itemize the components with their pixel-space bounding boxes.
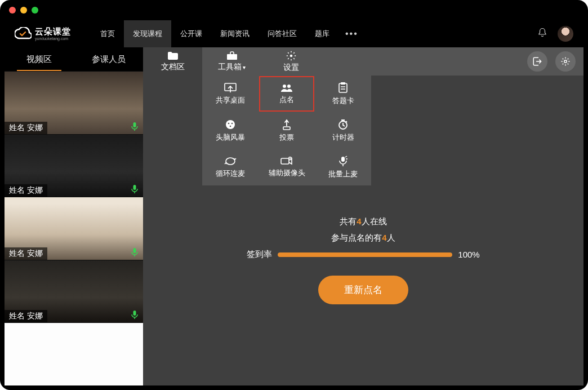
tool-answer-card[interactable]: 答题卡 xyxy=(315,76,371,112)
video-tile[interactable]: 姓名 安娜 xyxy=(5,134,143,197)
cloud-icon xyxy=(15,27,32,41)
svg-point-14 xyxy=(231,122,233,124)
tool-batch-mic[interactable]: 批量上麦 xyxy=(315,149,371,185)
svg-rect-4 xyxy=(227,54,237,60)
nav-question-bank[interactable]: 题库 xyxy=(306,20,338,47)
tool-vote[interactable]: 投票 xyxy=(259,112,315,149)
svg-rect-3 xyxy=(133,311,136,316)
brainstorm-icon xyxy=(225,119,236,130)
tool-label: 头脑风暴 xyxy=(216,132,245,143)
video-tile[interactable]: 姓名 安娜 xyxy=(5,260,143,323)
tab-settings[interactable]: 设置 xyxy=(261,47,320,76)
svg-rect-10 xyxy=(339,83,347,92)
tool-label: 答题卡 xyxy=(332,96,354,106)
video-tile[interactable] xyxy=(5,322,143,385)
tool-roll-call[interactable]: 点名 xyxy=(259,76,315,112)
online-count: 共有4人在线 xyxy=(340,216,386,227)
folder-icon xyxy=(167,51,179,60)
tab-label: 工具箱 xyxy=(218,62,246,72)
svg-rect-0 xyxy=(133,122,136,127)
tool-label: 辅助摄像头 xyxy=(269,168,305,178)
svg-rect-18 xyxy=(281,158,289,164)
participant-name: 姓名 安娜 xyxy=(5,247,47,260)
tool-label: 点名 xyxy=(279,95,294,105)
nav-open-class[interactable]: 公开课 xyxy=(171,20,211,47)
svg-point-6 xyxy=(564,60,567,63)
rollcall-panel: 共有4人在线 参与点名的有4人 签到率 100% 重新点名 xyxy=(228,216,498,304)
tab-label: 设置 xyxy=(283,63,299,73)
participant-name: 姓名 安娜 xyxy=(5,310,47,322)
exit-icon xyxy=(532,56,542,67)
logo-domain: yunduoketang.com xyxy=(35,37,71,41)
gear-icon xyxy=(560,56,571,67)
toolbox-icon xyxy=(226,51,238,60)
exit-button[interactable] xyxy=(527,51,547,72)
settings-button[interactable] xyxy=(555,51,576,72)
tool-timer[interactable]: 计时器 xyxy=(315,112,371,149)
mic-icon[interactable] xyxy=(131,122,139,131)
participant-name: 姓名 安娜 xyxy=(5,122,47,134)
video-tile[interactable]: 姓名 安娜 xyxy=(5,71,143,134)
nav-qa[interactable]: 问答社区 xyxy=(259,20,306,47)
mic-icon[interactable] xyxy=(131,184,139,193)
maximize-dot[interactable] xyxy=(32,7,38,14)
rerun-rollcall-button[interactable]: 重新点名 xyxy=(318,276,408,304)
minimize-dot[interactable] xyxy=(20,7,27,14)
tab-documents[interactable]: 文档区 xyxy=(143,47,202,76)
tool-aux-camera[interactable]: 辅助摄像头 xyxy=(259,149,315,185)
roll-call-icon xyxy=(280,83,293,92)
batch-mic-icon xyxy=(338,156,348,167)
tab-label: 文档区 xyxy=(161,62,185,72)
logo-text: 云朵课堂 xyxy=(35,27,71,36)
tool-label: 批量上麦 xyxy=(328,169,358,179)
timer-icon xyxy=(337,119,349,130)
video-tile[interactable]: 姓名 安娜 xyxy=(5,197,143,260)
close-dot[interactable] xyxy=(9,7,16,14)
gear-icon xyxy=(286,51,296,61)
nav-home[interactable]: 首页 xyxy=(91,20,124,47)
aux-camera-icon xyxy=(280,157,293,166)
mic-icon[interactable] xyxy=(131,310,139,319)
tool-label: 计时器 xyxy=(332,132,354,143)
tool-label: 投票 xyxy=(279,132,294,143)
tool-share-screen[interactable]: 共享桌面 xyxy=(202,76,259,112)
svg-point-5 xyxy=(289,54,292,57)
progress-fill xyxy=(278,252,452,257)
svg-point-12 xyxy=(226,120,235,129)
answer-card-icon xyxy=(338,82,348,94)
progress-bar xyxy=(278,252,452,257)
avatar[interactable] xyxy=(558,26,573,42)
logo[interactable]: 云朵课堂 yunduoketang.com xyxy=(15,27,71,41)
participant-name: 姓名 安娜 xyxy=(5,184,47,197)
tab-participants[interactable]: 参课人员 xyxy=(74,47,143,71)
mic-icon[interactable] xyxy=(131,247,139,256)
svg-point-8 xyxy=(283,85,286,88)
svg-rect-20 xyxy=(341,157,345,162)
window-controls xyxy=(9,7,38,14)
sidebar: 视频区 参课人员 姓名 安娜 姓名 安娜 xyxy=(5,47,143,385)
tab-video[interactable]: 视频区 xyxy=(5,47,74,71)
cycle-mic-icon xyxy=(224,156,237,166)
svg-point-15 xyxy=(230,125,231,127)
nav-more[interactable]: ••• xyxy=(338,29,365,39)
vote-icon xyxy=(282,119,292,130)
svg-point-9 xyxy=(287,85,291,88)
notifications-icon[interactable] xyxy=(537,28,547,40)
nav-discover[interactable]: 发现课程 xyxy=(124,20,171,47)
tool-cycle-mic[interactable]: 循环连麦 xyxy=(202,149,259,185)
rate-pct: 100% xyxy=(458,250,479,259)
rate-label: 签到率 xyxy=(247,249,272,260)
toolbox-menu: 共享桌面 点名 答题卡 头脑风暴 xyxy=(202,76,371,185)
top-nav: 云朵课堂 yunduoketang.com 首页 发现课程 公开课 新闻资讯 问… xyxy=(5,20,583,47)
svg-rect-11 xyxy=(341,82,345,85)
nav: 首页 发现课程 公开课 新闻资讯 问答社区 题库 ••• xyxy=(91,20,365,47)
tab-toolbox[interactable]: 工具箱 xyxy=(202,47,261,76)
svg-rect-16 xyxy=(283,127,290,130)
video-thumb xyxy=(5,323,143,385)
tool-label: 循环连麦 xyxy=(216,169,245,179)
tool-brainstorm[interactable]: 头脑风暴 xyxy=(202,112,259,149)
nav-news[interactable]: 新闻资讯 xyxy=(211,20,259,47)
share-screen-icon xyxy=(224,83,237,93)
tool-label: 共享桌面 xyxy=(216,95,245,105)
video-list: 姓名 安娜 姓名 安娜 姓名 安娜 xyxy=(5,71,143,385)
